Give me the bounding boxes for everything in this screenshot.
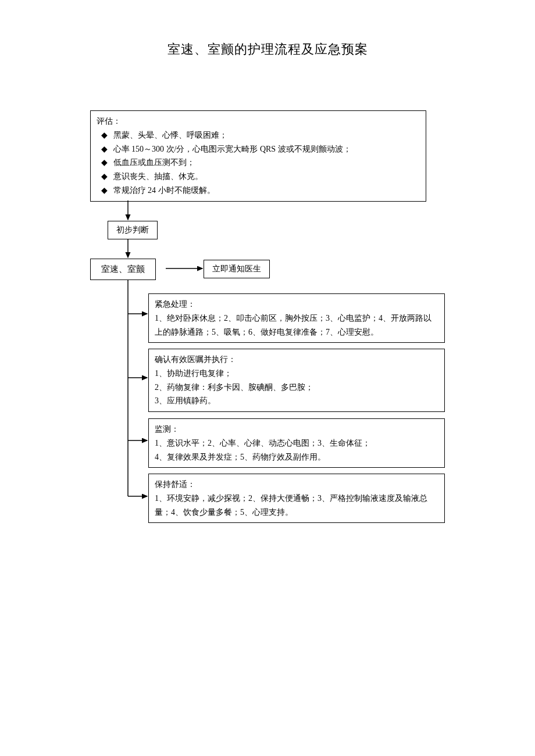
box-diagnosis: 室速、室颤 [90, 259, 156, 280]
evaluate-list: 黑蒙、头晕、心悸、呼吸困难； 心率 150～300 次/分，心电图示宽大畸形 Q… [97, 128, 420, 198]
evaluate-item: 心率 150～300 次/分，心电图示宽大畸形 QRS 波或不规则颤动波； [97, 142, 420, 156]
box-emergency: 紧急处理： 1、绝对卧床休息；2、叩击心前区，胸外按压；3、心电监护；4、开放两… [148, 293, 445, 343]
box-monitor: 监测： 1、意识水平；2、心率、心律、动态心电图；3、生命体征； 4、复律效果及… [148, 418, 445, 468]
box-prelim: 初步判断 [108, 221, 158, 239]
evaluate-item: 常规治疗 24 小时不能缓解。 [97, 184, 420, 198]
box-comfort: 保持舒适： 1、环境安静，减少探视；2、保持大便通畅；3、严格控制输液速度及输液… [148, 474, 445, 523]
evaluate-heading: 评估： [97, 114, 420, 128]
evaluate-item: 黑蒙、头晕、心悸、呼吸困难； [97, 128, 420, 142]
confirm-line3: 3、应用镇静药。 [155, 394, 438, 408]
monitor-line1: 1、意识水平；2、心率、心律、动态心电图；3、生命体征； [155, 436, 438, 450]
page-title: 室速、室颤的护理流程及应急预案 [0, 41, 535, 58]
emergency-heading: 紧急处理： [155, 298, 438, 311]
monitor-line2: 4、复律效果及并发症；5、药物疗效及副作用。 [155, 450, 438, 464]
monitor-heading: 监测： [155, 422, 438, 436]
emergency-body: 1、绝对卧床休息；2、叩击心前区，胸外按压；3、心电监护；4、开放两路以上的静脉… [155, 311, 438, 339]
evaluate-item: 低血压或血压测不到； [97, 156, 420, 170]
box-notify: 立即通知医生 [204, 260, 270, 278]
confirm-line2: 2、药物复律：利多卡因、胺碘酮、多巴胺； [155, 381, 438, 395]
box-evaluate: 评估： 黑蒙、头晕、心悸、呼吸困难； 心率 150～300 次/分，心电图示宽大… [90, 110, 426, 202]
confirm-heading: 确认有效医嘱并执行： [155, 353, 438, 367]
confirm-line1: 1、协助进行电复律； [155, 367, 438, 381]
box-confirm: 确认有效医嘱并执行： 1、协助进行电复律； 2、药物复律：利多卡因、胺碘酮、多巴… [148, 349, 445, 412]
comfort-body: 1、环境安静，减少探视；2、保持大便通畅；3、严格控制输液速度及输液总量；4、饮… [155, 492, 438, 519]
evaluate-item: 意识丧失、抽搐、休克。 [97, 170, 420, 184]
comfort-heading: 保持舒适： [155, 478, 438, 492]
